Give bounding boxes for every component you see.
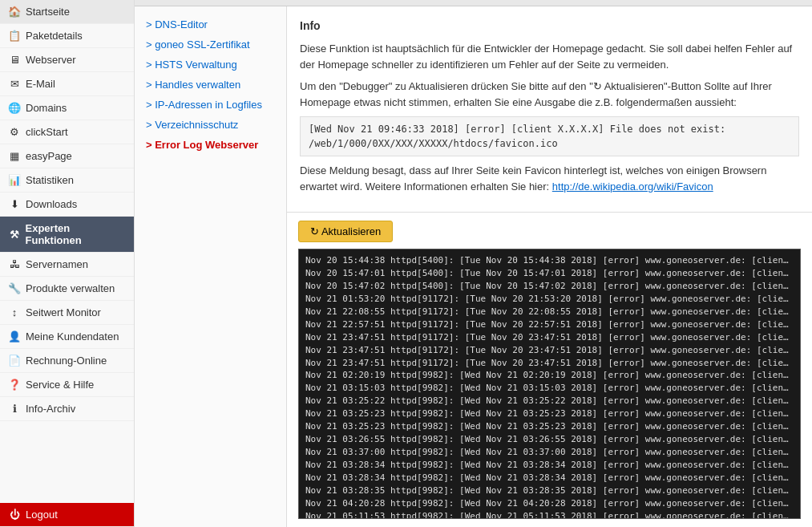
sub-nav-item[interactable]: > DNS-Editor — [135, 14, 286, 34]
sidebar-item-statistiken[interactable]: 📊Statistiken — [0, 168, 134, 193]
info-para2: Um den "Debugger" zu Aktualisieren drück… — [300, 79, 799, 110]
sidebar-item-experten[interactable]: ⚒Experten Funktionen — [0, 217, 134, 253]
log-line: Nov 21 03:25:22 httpd[9982]: [Wed Nov 21… — [305, 395, 794, 407]
log-line: Nov 21 03:25:23 httpd[9982]: [Wed Nov 21… — [305, 407, 794, 420]
logout-icon: ⏻ — [8, 509, 21, 521]
statistiken-icon: 📊 — [8, 174, 21, 186]
log-line: Nov 21 03:26:55 httpd[9982]: [Wed Nov 21… — [305, 433, 794, 446]
service-icon: ❓ — [8, 379, 21, 391]
sidebar-item-produkte[interactable]: 🔧Produkte verwalten — [0, 277, 134, 301]
rechnung-icon: 📄 — [8, 355, 21, 367]
log-line: Nov 21 02:20:19 httpd[9982]: [Wed Nov 21… — [305, 369, 794, 382]
sidebar-item-email[interactable]: ✉E-Mail — [0, 72, 134, 96]
email-icon: ✉ — [8, 78, 21, 90]
sidebar-label-startseite: Startseite — [26, 6, 70, 18]
webserver-icon: 🖥 — [8, 54, 21, 66]
sidebar-label-easypage: easyPage — [26, 150, 72, 162]
sidebar-label-email: E-Mail — [26, 78, 55, 90]
log-line: Nov 21 04:20:28 httpd[9982]: [Wed Nov 21… — [305, 497, 794, 510]
sub-navigation: > DNS-Editor> goneo SSL-Zertifikat> HSTS… — [135, 6, 287, 527]
sidebar-label-webserver: Webserver — [26, 54, 76, 66]
log-line: Nov 21 23:47:51 httpd[91172]: [Tue Nov 2… — [305, 331, 794, 344]
top-bar — [135, 0, 812, 6]
refresh-button[interactable]: ↻ Aktualisieren — [298, 221, 393, 242]
sidebar-item-seitwert[interactable]: ↕Seitwert Monitor — [0, 301, 134, 325]
sub-nav-item[interactable]: > IP-Adressen in Logfiles — [135, 95, 286, 115]
sidebar-label-seitwert: Seitwert Monitor — [26, 306, 101, 318]
kundendaten-icon: 👤 — [8, 330, 21, 343]
sub-nav-item[interactable]: > Verzeichnisschutz — [135, 115, 286, 135]
sidebar-label-clickstart: clickStart — [26, 126, 68, 138]
sidebar-label-paketdetails: Paketdetails — [26, 30, 83, 42]
log-line: Nov 20 15:47:01 httpd[5400]: [Tue Nov 20… — [305, 267, 794, 280]
sidebar-item-servernamen[interactable]: 🖧Servernamen — [0, 253, 134, 277]
sidebar-label-domains: Domains — [26, 102, 67, 114]
info-link[interactable]: http://de.wikipedia.org/wiki/Favicon — [552, 180, 713, 193]
sidebar-label-produkte: Produkte verwalten — [26, 282, 115, 294]
sidebar-item-info[interactable]: ℹInfo-Archiv — [0, 397, 134, 421]
log-output[interactable]: Nov 20 15:44:38 httpd[5400]: [Tue Nov 20… — [298, 249, 801, 519]
sidebar-item-webserver[interactable]: 🖥Webserver — [0, 48, 134, 72]
main-content: > DNS-Editor> goneo SSL-Zertifikat> HSTS… — [135, 0, 812, 527]
right-panel: Info Diese Funktion ist hauptsächlich fü… — [287, 6, 812, 527]
servernamen-icon: 🖧 — [8, 258, 21, 270]
sidebar-item-kundendaten[interactable]: 👤Meine Kundendaten — [0, 325, 134, 349]
info-para1: Diese Funktion ist hauptsächlich für die… — [300, 41, 799, 72]
sidebar-label-experten: Experten Funktionen — [26, 222, 126, 246]
sidebar-item-clickstart[interactable]: ⚙clickStart — [0, 120, 134, 144]
sidebar-item-easypage[interactable]: ▦easyPage — [0, 144, 134, 168]
seitwert-icon: ↕ — [8, 306, 21, 318]
info-box: Info Diese Funktion ist hauptsächlich fü… — [287, 6, 812, 213]
sidebar-item-service[interactable]: ❓Service & Hilfe — [0, 373, 134, 397]
log-line: Nov 21 22:08:55 httpd[91172]: [Tue Nov 2… — [305, 306, 794, 318]
content-area: > DNS-Editor> goneo SSL-Zertifikat> HSTS… — [135, 6, 812, 527]
log-line: Nov 21 05:11:53 httpd[9982]: [Wed Nov 21… — [305, 510, 794, 519]
log-line: Nov 21 03:28:34 httpd[9982]: [Wed Nov 21… — [305, 472, 794, 484]
log-area: ↻ Aktualisieren Nov 20 15:44:38 httpd[54… — [287, 213, 812, 527]
sidebar-item-paketdetails[interactable]: 📋Paketdetails — [0, 24, 134, 48]
log-line: Nov 20 15:44:38 httpd[5400]: [Tue Nov 20… — [305, 254, 794, 267]
paketdetails-icon: 📋 — [8, 30, 21, 42]
sidebar-label-downloads: Downloads — [26, 198, 77, 210]
log-line: Nov 21 22:57:51 httpd[91172]: [Tue Nov 2… — [305, 318, 794, 331]
sub-nav-item[interactable]: > HSTS Verwaltung — [135, 55, 286, 75]
experten-icon: ⚒ — [8, 229, 21, 241]
downloads-icon: ⬇ — [8, 198, 21, 210]
sidebar-label-servernamen: Servernamen — [26, 258, 88, 270]
logout-button[interactable]: ⏻Logout — [0, 503, 134, 527]
log-line: Nov 20 15:47:02 httpd[5400]: [Tue Nov 20… — [305, 280, 794, 293]
sidebar-item-rechnung[interactable]: 📄Rechnung-Online — [0, 349, 134, 373]
info-code: [Wed Nov 21 09:46:33 2018] [error] [clie… — [300, 116, 799, 156]
log-line: Nov 21 03:28:35 httpd[9982]: [Wed Nov 21… — [305, 484, 794, 497]
log-line: Nov 21 01:53:20 httpd[91172]: [Tue Nov 2… — [305, 293, 794, 306]
sidebar: 🏠Startseite📋Paketdetails🖥Webserver✉E-Mai… — [0, 0, 135, 527]
log-line: Nov 21 03:37:00 httpd[9982]: [Wed Nov 21… — [305, 446, 794, 459]
sidebar-item-domains[interactable]: 🌐Domains — [0, 96, 134, 120]
sub-nav-item[interactable]: > Error Log Webserver — [135, 135, 286, 155]
clickstart-icon: ⚙ — [8, 126, 21, 138]
log-line: Nov 21 03:25:23 httpd[9982]: [Wed Nov 21… — [305, 420, 794, 433]
sub-nav-item[interactable]: > Handles verwalten — [135, 75, 286, 95]
sidebar-label-rechnung: Rechnung-Online — [26, 355, 107, 367]
sidebar-item-startseite[interactable]: 🏠Startseite — [0, 0, 134, 24]
log-line: Nov 21 23:47:51 httpd[91172]: [Tue Nov 2… — [305, 357, 794, 370]
sidebar-label-service: Service & Hilfe — [26, 379, 94, 391]
log-line: Nov 21 23:47:51 httpd[91172]: [Tue Nov 2… — [305, 344, 794, 357]
logout-label: Logout — [26, 509, 58, 521]
sidebar-item-downloads[interactable]: ⬇Downloads — [0, 193, 134, 217]
sidebar-label-kundendaten: Meine Kundendaten — [26, 330, 119, 343]
info-title: Info — [300, 18, 799, 34]
info-para3: Diese Meldung besagt, dass auf Ihrer Sei… — [300, 163, 799, 194]
sidebar-label-statistiken: Statistiken — [26, 174, 74, 186]
info-icon: ℹ — [8, 403, 21, 415]
startseite-icon: 🏠 — [8, 6, 21, 18]
domains-icon: 🌐 — [8, 102, 21, 114]
sidebar-label-info: Info-Archiv — [26, 403, 75, 415]
log-line: Nov 21 03:15:03 httpd[9982]: [Wed Nov 21… — [305, 382, 794, 395]
easypage-icon: ▦ — [8, 150, 21, 162]
sub-nav-item[interactable]: > goneo SSL-Zertifikat — [135, 34, 286, 55]
produkte-icon: 🔧 — [8, 282, 21, 294]
log-line: Nov 21 03:28:34 httpd[9982]: [Wed Nov 21… — [305, 459, 794, 472]
